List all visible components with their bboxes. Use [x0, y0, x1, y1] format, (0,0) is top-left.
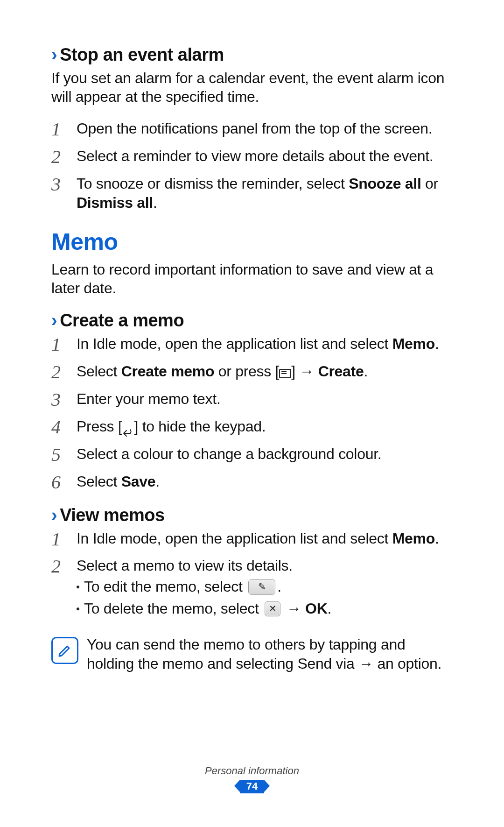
- step-text: Select a reminder to view more details a…: [77, 147, 453, 166]
- back-icon: [122, 424, 134, 433]
- memo-intro: Learn to record important information to…: [51, 260, 453, 297]
- heading-create-memo: ›Create a memo: [51, 311, 453, 331]
- sub-bullets: To edit the memo, select ✎.To delete the…: [77, 577, 453, 618]
- chevron-icon: ›: [51, 311, 57, 330]
- delete-icon: ✕: [265, 601, 280, 616]
- step-number: 5: [51, 445, 68, 464]
- heading-text: Stop an event alarm: [60, 45, 224, 64]
- step-number: 2: [51, 363, 68, 382]
- chevron-icon: ›: [51, 45, 57, 64]
- step-number: 2: [51, 148, 68, 166]
- step-number: 1: [51, 120, 68, 139]
- step-number: 4: [51, 418, 68, 437]
- step: 5Select a colour to change a background …: [51, 445, 453, 464]
- edit-icon: ✎: [248, 579, 275, 595]
- step-text: In Idle mode, open the application list …: [77, 529, 453, 548]
- step-text: To snooze or dismiss the reminder, selec…: [77, 174, 453, 212]
- page-number: 74: [240, 780, 264, 793]
- step: 2Select a reminder to view more details …: [51, 147, 453, 166]
- step-number: 3: [51, 390, 68, 409]
- menu-icon: [279, 369, 291, 378]
- step-number: 6: [51, 473, 68, 492]
- bullet-item: To edit the memo, select ✎.: [77, 577, 453, 596]
- bullet-item: To delete the memo, select ✕ → OK.: [77, 599, 453, 618]
- step-text: Select Save.: [77, 472, 453, 491]
- step-text: Select a memo to view its details.To edi…: [77, 556, 453, 621]
- chevron-icon: ›: [51, 505, 57, 525]
- note-text: You can send the memo to others by tappi…: [87, 635, 453, 673]
- bullet-dot: [77, 608, 79, 610]
- heading-stop-event-alarm: ›Stop an event alarm: [51, 45, 453, 65]
- step: 1In Idle mode, open the application list…: [51, 334, 453, 353]
- section-title-memo: Memo: [51, 228, 453, 255]
- step: 6Select Save.: [51, 472, 453, 491]
- bullet-text: To delete the memo, select ✕ → OK.: [84, 599, 331, 618]
- step: 1Open the notifications panel from the t…: [51, 119, 453, 138]
- footer-category: Personal information: [0, 765, 504, 777]
- step-number: 1: [51, 335, 68, 354]
- manual-page: ›Stop an event alarm If you set an alarm…: [0, 0, 504, 827]
- view-memos-steps: 1In Idle mode, open the application list…: [51, 529, 453, 622]
- bullet-dot: [77, 586, 79, 588]
- step-text: Press [] to hide the keypad.: [77, 417, 453, 436]
- page-footer: Personal information 74: [0, 765, 504, 793]
- step-number: 2: [51, 557, 68, 576]
- step-text: Select a colour to change a background c…: [77, 445, 453, 464]
- note-icon: [51, 637, 78, 664]
- step: 2Select a memo to view its details.To ed…: [51, 556, 453, 621]
- heading-view-memos: ›View memos: [51, 505, 453, 525]
- bullet-text: To edit the memo, select ✎.: [84, 577, 281, 596]
- step: 1In Idle mode, open the application list…: [51, 529, 453, 548]
- step-number: 1: [51, 530, 68, 549]
- step-number: 3: [51, 175, 68, 194]
- step-text: In Idle mode, open the application list …: [77, 334, 453, 353]
- stop-alarm-steps: 1Open the notifications panel from the t…: [51, 119, 453, 212]
- step: 3Enter your memo text.: [51, 389, 453, 409]
- step-text: Open the notifications panel from the to…: [77, 119, 453, 138]
- stop-alarm-description: If you set an alarm for a calendar event…: [51, 69, 453, 106]
- step-text: Select Create memo or press [] → Create.: [77, 362, 453, 381]
- heading-text: View memos: [60, 505, 165, 525]
- create-memo-steps: 1In Idle mode, open the application list…: [51, 334, 453, 491]
- note-block: You can send the memo to others by tappi…: [51, 635, 453, 673]
- step: 3To snooze or dismiss the reminder, sele…: [51, 174, 453, 212]
- step: 2Select Create memo or press [] → Create…: [51, 362, 453, 381]
- step: 4Press [] to hide the keypad.: [51, 417, 453, 436]
- heading-text: Create a memo: [60, 311, 184, 330]
- step-text: Enter your memo text.: [77, 389, 453, 409]
